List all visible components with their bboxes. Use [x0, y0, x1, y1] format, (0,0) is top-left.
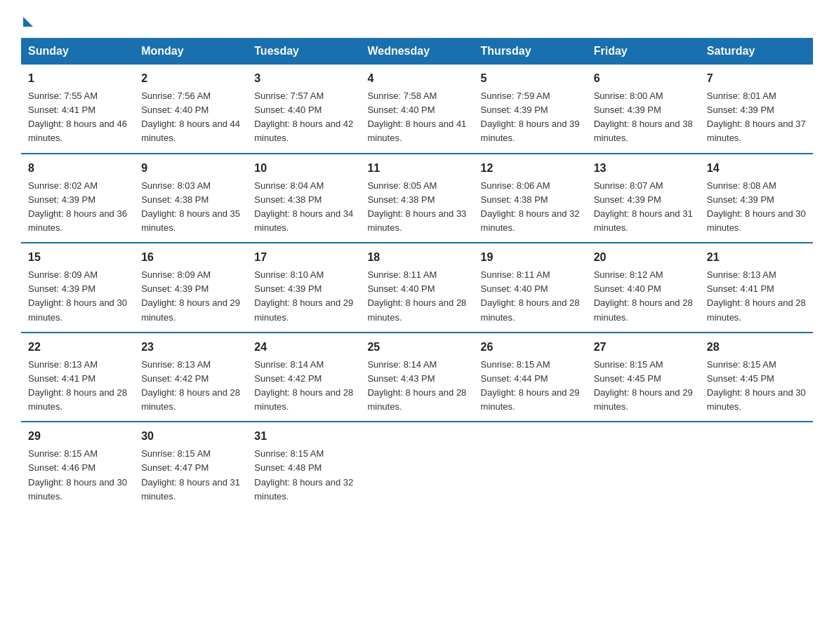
day-number: 12 — [481, 160, 580, 177]
weekday-header-monday: Monday — [134, 38, 247, 65]
weekday-header-saturday: Saturday — [700, 38, 813, 65]
calendar-cell: 23Sunrise: 8:13 AMSunset: 4:42 PMDayligh… — [134, 333, 247, 422]
day-number: 28 — [707, 339, 806, 356]
calendar-cell: 17Sunrise: 8:10 AMSunset: 4:39 PMDayligh… — [247, 243, 360, 333]
day-info: Sunrise: 8:01 AMSunset: 4:39 PMDaylight:… — [707, 90, 806, 143]
week-row-5: 29Sunrise: 8:15 AMSunset: 4:46 PMDayligh… — [21, 422, 813, 511]
week-row-3: 15Sunrise: 8:09 AMSunset: 4:39 PMDayligh… — [21, 243, 813, 333]
day-info: Sunrise: 8:15 AMSunset: 4:48 PMDaylight:… — [254, 448, 353, 501]
calendar-cell: 12Sunrise: 8:06 AMSunset: 4:38 PMDayligh… — [474, 154, 587, 243]
calendar-cell — [700, 422, 813, 511]
calendar-cell: 24Sunrise: 8:14 AMSunset: 4:42 PMDayligh… — [247, 333, 360, 422]
calendar-cell: 5Sunrise: 7:59 AMSunset: 4:39 PMDaylight… — [474, 65, 587, 154]
day-number: 9 — [141, 160, 240, 177]
calendar-table: SundayMondayTuesdayWednesdayThursdayFrid… — [21, 38, 813, 511]
day-number: 20 — [594, 249, 693, 266]
calendar-cell: 16Sunrise: 8:09 AMSunset: 4:39 PMDayligh… — [134, 243, 247, 333]
calendar-cell: 29Sunrise: 8:15 AMSunset: 4:46 PMDayligh… — [21, 422, 134, 511]
day-info: Sunrise: 8:11 AMSunset: 4:40 PMDaylight:… — [481, 269, 580, 322]
calendar-cell: 28Sunrise: 8:15 AMSunset: 4:45 PMDayligh… — [700, 333, 813, 422]
day-info: Sunrise: 8:09 AMSunset: 4:39 PMDaylight:… — [28, 269, 127, 322]
day-info: Sunrise: 8:07 AMSunset: 4:39 PMDaylight:… — [594, 180, 693, 233]
day-info: Sunrise: 8:13 AMSunset: 4:42 PMDaylight:… — [141, 359, 240, 412]
day-info: Sunrise: 8:09 AMSunset: 4:39 PMDaylight:… — [141, 269, 240, 322]
calendar-cell: 6Sunrise: 8:00 AMSunset: 4:39 PMDaylight… — [587, 65, 700, 154]
day-number: 2 — [141, 70, 240, 87]
day-number: 10 — [254, 160, 353, 177]
day-info: Sunrise: 8:04 AMSunset: 4:38 PMDaylight:… — [254, 180, 353, 233]
day-info: Sunrise: 8:08 AMSunset: 4:39 PMDaylight:… — [707, 180, 806, 233]
calendar-cell: 10Sunrise: 8:04 AMSunset: 4:38 PMDayligh… — [247, 154, 360, 243]
calendar-cell: 13Sunrise: 8:07 AMSunset: 4:39 PMDayligh… — [587, 154, 700, 243]
day-number: 22 — [28, 339, 127, 356]
day-info: Sunrise: 8:02 AMSunset: 4:39 PMDaylight:… — [28, 180, 127, 233]
day-info: Sunrise: 8:15 AMSunset: 4:45 PMDaylight:… — [707, 359, 806, 412]
calendar-cell — [587, 422, 700, 511]
day-number: 19 — [481, 249, 580, 266]
day-number: 4 — [367, 70, 466, 87]
day-info: Sunrise: 7:58 AMSunset: 4:40 PMDaylight:… — [367, 90, 466, 143]
day-number: 24 — [254, 339, 353, 356]
day-info: Sunrise: 8:15 AMSunset: 4:44 PMDaylight:… — [481, 359, 580, 412]
day-info: Sunrise: 8:14 AMSunset: 4:42 PMDaylight:… — [254, 359, 353, 412]
weekday-header-tuesday: Tuesday — [247, 38, 360, 65]
weekday-header-wednesday: Wednesday — [360, 38, 473, 65]
day-info: Sunrise: 8:15 AMSunset: 4:47 PMDaylight:… — [141, 448, 240, 501]
day-info: Sunrise: 7:59 AMSunset: 4:39 PMDaylight:… — [481, 90, 580, 143]
weekday-header-sunday: Sunday — [21, 38, 134, 65]
day-number: 30 — [141, 428, 240, 445]
day-number: 6 — [594, 70, 693, 87]
calendar-cell: 7Sunrise: 8:01 AMSunset: 4:39 PMDaylight… — [700, 65, 813, 154]
day-info: Sunrise: 8:03 AMSunset: 4:38 PMDaylight:… — [141, 180, 240, 233]
day-info: Sunrise: 8:15 AMSunset: 4:45 PMDaylight:… — [594, 359, 693, 412]
calendar-cell: 19Sunrise: 8:11 AMSunset: 4:40 PMDayligh… — [474, 243, 587, 333]
day-number: 31 — [254, 428, 353, 445]
calendar-cell: 18Sunrise: 8:11 AMSunset: 4:40 PMDayligh… — [360, 243, 473, 333]
calendar-cell — [360, 422, 473, 511]
day-info: Sunrise: 8:11 AMSunset: 4:40 PMDaylight:… — [367, 269, 466, 322]
day-number: 29 — [28, 428, 127, 445]
day-info: Sunrise: 8:15 AMSunset: 4:46 PMDaylight:… — [28, 448, 127, 501]
day-info: Sunrise: 8:14 AMSunset: 4:43 PMDaylight:… — [367, 359, 466, 412]
day-info: Sunrise: 7:57 AMSunset: 4:40 PMDaylight:… — [254, 90, 353, 143]
calendar-cell: 27Sunrise: 8:15 AMSunset: 4:45 PMDayligh… — [587, 333, 700, 422]
day-number: 21 — [707, 249, 806, 266]
calendar-cell — [474, 422, 587, 511]
page-header — [21, 14, 813, 25]
calendar-cell: 1Sunrise: 7:55 AMSunset: 4:41 PMDaylight… — [21, 65, 134, 154]
day-number: 15 — [28, 249, 127, 266]
calendar-cell: 3Sunrise: 7:57 AMSunset: 4:40 PMDaylight… — [247, 65, 360, 154]
calendar-cell: 26Sunrise: 8:15 AMSunset: 4:44 PMDayligh… — [474, 333, 587, 422]
day-number: 8 — [28, 160, 127, 177]
day-info: Sunrise: 8:05 AMSunset: 4:38 PMDaylight:… — [367, 180, 466, 233]
calendar-cell: 9Sunrise: 8:03 AMSunset: 4:38 PMDaylight… — [134, 154, 247, 243]
day-number: 3 — [254, 70, 353, 87]
week-row-2: 8Sunrise: 8:02 AMSunset: 4:39 PMDaylight… — [21, 154, 813, 243]
day-number: 16 — [141, 249, 240, 266]
weekday-header-friday: Friday — [587, 38, 700, 65]
calendar-cell: 4Sunrise: 7:58 AMSunset: 4:40 PMDaylight… — [360, 65, 473, 154]
week-row-4: 22Sunrise: 8:13 AMSunset: 4:41 PMDayligh… — [21, 333, 813, 422]
calendar-cell: 14Sunrise: 8:08 AMSunset: 4:39 PMDayligh… — [700, 154, 813, 243]
day-number: 17 — [254, 249, 353, 266]
day-number: 23 — [141, 339, 240, 356]
day-info: Sunrise: 7:55 AMSunset: 4:41 PMDaylight:… — [28, 90, 127, 143]
day-number: 26 — [481, 339, 580, 356]
day-number: 27 — [594, 339, 693, 356]
week-row-1: 1Sunrise: 7:55 AMSunset: 4:41 PMDaylight… — [21, 65, 813, 154]
day-info: Sunrise: 8:00 AMSunset: 4:39 PMDaylight:… — [594, 90, 693, 143]
calendar-cell: 30Sunrise: 8:15 AMSunset: 4:47 PMDayligh… — [134, 422, 247, 511]
day-number: 25 — [367, 339, 466, 356]
logo-arrow-icon — [23, 17, 33, 27]
calendar-cell: 2Sunrise: 7:56 AMSunset: 4:40 PMDaylight… — [134, 65, 247, 154]
weekday-header-row: SundayMondayTuesdayWednesdayThursdayFrid… — [21, 38, 813, 65]
calendar-cell: 25Sunrise: 8:14 AMSunset: 4:43 PMDayligh… — [360, 333, 473, 422]
weekday-header-thursday: Thursday — [474, 38, 587, 65]
day-info: Sunrise: 8:06 AMSunset: 4:38 PMDaylight:… — [481, 180, 580, 233]
day-info: Sunrise: 8:13 AMSunset: 4:41 PMDaylight:… — [28, 359, 127, 412]
calendar-cell: 31Sunrise: 8:15 AMSunset: 4:48 PMDayligh… — [247, 422, 360, 511]
day-info: Sunrise: 8:13 AMSunset: 4:41 PMDaylight:… — [707, 269, 806, 322]
day-number: 11 — [367, 160, 466, 177]
day-number: 5 — [481, 70, 580, 87]
day-info: Sunrise: 8:10 AMSunset: 4:39 PMDaylight:… — [254, 269, 353, 322]
